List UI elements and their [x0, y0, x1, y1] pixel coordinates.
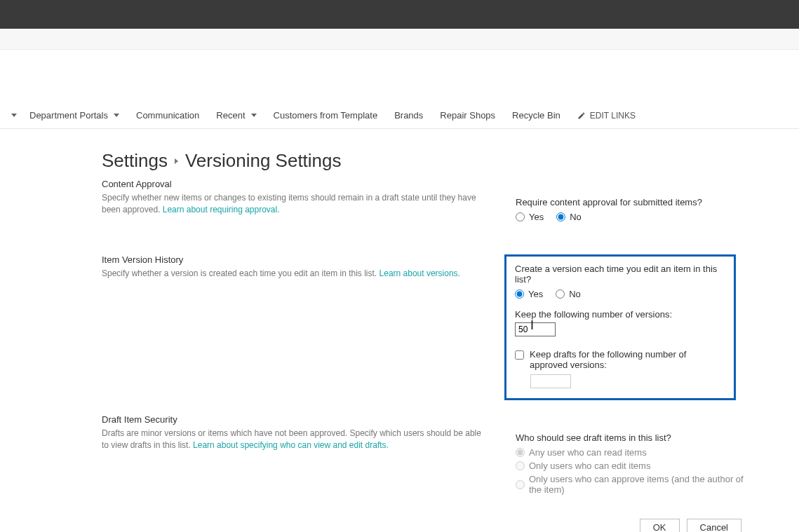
approval-radio-group: Yes No [516, 212, 758, 222]
nav-item-customers-from-template[interactable]: Customers from Template [265, 110, 387, 121]
drafts-question: Who should see draft items in this list? [516, 432, 758, 443]
versioning-highlight-box: Create a version each time you edit an i… [504, 254, 736, 400]
section-version-history: Item Version History Specify whether a v… [102, 254, 758, 400]
learn-link-drafts[interactable]: Learn about specifying who can view and … [193, 440, 389, 450]
cancel-button[interactable]: Cancel [687, 519, 741, 532]
breadcrumb-settings[interactable]: Settings [102, 150, 168, 172]
nav-item-recycle-bin[interactable]: Recycle Bin [504, 110, 569, 121]
versioning-question: Create a version each time you edit an i… [515, 264, 725, 285]
approval-radio-yes[interactable]: Yes [516, 212, 544, 222]
chevron-down-icon [251, 114, 257, 117]
section-title: Content Approval [102, 179, 488, 189]
ribbon-area [0, 29, 799, 50]
approval-radio-yes-input[interactable] [516, 212, 525, 221]
nav-item-label: Recycle Bin [512, 110, 560, 121]
chevron-down-icon [11, 114, 17, 117]
keep-drafts-label: Keep drafts for the following number of … [530, 349, 725, 370]
approval-radio-no-input[interactable] [556, 212, 565, 221]
drafts-radio-edit-input [516, 461, 525, 470]
drafts-radio-group: Any user who can read items Only users w… [516, 447, 758, 495]
versioning-radio-group: Yes No [515, 289, 725, 299]
approval-question: Require content approval for submitted i… [516, 197, 758, 207]
edit-links-label: EDIT LINKS [590, 111, 636, 121]
nav-item-repair-shops[interactable]: Repair Shops [431, 110, 504, 121]
nav-item-label: Recent [216, 110, 245, 121]
breadcrumb-current: Versioning Settings [185, 150, 342, 172]
learn-link-approval[interactable]: Learn about requiring approval. [163, 205, 280, 214]
approval-radio-no[interactable]: No [556, 212, 582, 222]
nav-item-communication[interactable]: Communication [128, 110, 208, 121]
section-title: Draft Item Security [102, 414, 488, 425]
chevron-right-icon [175, 158, 178, 164]
keep-versions-input[interactable] [515, 322, 556, 336]
top-nav: Department Portals Communication Recent … [0, 102, 799, 129]
nav-item-label: Communication [136, 110, 199, 121]
section-content-approval: Content Approval Specify whether new ite… [102, 179, 758, 222]
versioning-radio-no-input[interactable] [556, 289, 565, 299]
chevron-down-icon [114, 114, 119, 117]
versioning-radio-no[interactable]: No [556, 289, 581, 299]
section-description: Specify whether a version is created eac… [102, 268, 488, 280]
breadcrumb: Settings Versioning Settings [102, 150, 758, 172]
section-title: Item Version History [102, 254, 488, 265]
versioning-radio-yes-input[interactable] [515, 289, 524, 299]
section-description: Specify whether new items or changes to … [102, 192, 488, 217]
pencil-icon [577, 111, 586, 120]
nav-item-brands[interactable]: Brands [386, 110, 431, 121]
ok-button[interactable]: OK [640, 519, 680, 532]
section-description: Drafts are minor versions or items which… [102, 428, 488, 452]
nav-item-department-portals[interactable]: Department Portals [21, 110, 128, 121]
keep-drafts-checkbox[interactable] [515, 350, 524, 360]
nav-item-label: Customers from Template [274, 110, 378, 121]
drafts-radio-any: Any user who can read items [516, 447, 758, 458]
drafts-radio-edit: Only users who can edit items [516, 461, 758, 471]
drafts-radio-approve-input [516, 480, 525, 489]
nav-item-recent[interactable]: Recent [208, 110, 264, 121]
learn-link-versions[interactable]: Learn about versions. [380, 268, 460, 278]
button-row: OK Cancel [102, 519, 741, 532]
keep-drafts-row: Keep drafts for the following number of … [515, 349, 725, 370]
keep-drafts-input [530, 374, 571, 388]
nav-item-label: Brands [394, 110, 423, 121]
versioning-radio-yes[interactable]: Yes [515, 289, 543, 299]
page-content: Settings Versioning Settings Content App… [0, 129, 758, 532]
edit-links-button[interactable]: EDIT LINKS [569, 111, 644, 121]
keep-versions-label: Keep the following number of versions: [515, 309, 725, 320]
header-spacer [0, 50, 799, 102]
suite-bar [0, 0, 799, 29]
nav-item-dropdown-leading[interactable] [6, 114, 21, 117]
drafts-radio-any-input [516, 448, 525, 457]
drafts-radio-approve: Only users who can approve items (and th… [516, 474, 758, 495]
nav-item-label: Repair Shops [440, 110, 495, 121]
nav-item-label: Department Portals [29, 110, 108, 121]
section-draft-security: Draft Item Security Drafts are minor ver… [102, 414, 758, 498]
